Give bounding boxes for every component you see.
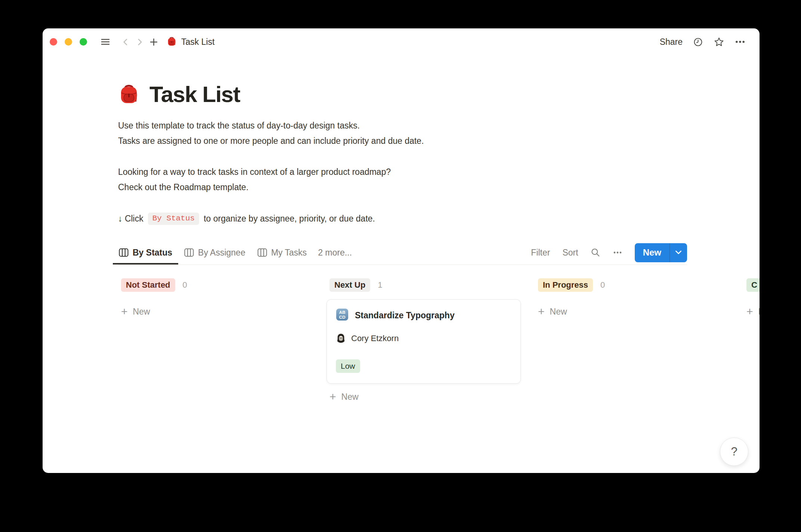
- column-count: 0: [183, 280, 187, 290]
- plus-icon: +: [121, 306, 128, 317]
- description-line: Tasks are assigned to one or more people…: [118, 133, 687, 149]
- view-tabs: By Status By Assignee My Tasks 2 more...: [113, 241, 357, 265]
- status-badge[interactable]: C: [746, 278, 760, 292]
- sort-button[interactable]: Sort: [562, 248, 578, 258]
- sidebar-menu-icon[interactable]: [100, 37, 110, 47]
- view-toolbar: By Status By Assignee My Tasks 2 more...…: [118, 241, 687, 265]
- column-header: Not Started 0: [118, 278, 312, 292]
- column-count: 1: [378, 280, 382, 290]
- notion-window: Task List Share: [43, 28, 760, 473]
- titlebar-breadcrumb[interactable]: Task List: [167, 36, 214, 48]
- tab-label: My Tasks: [271, 248, 307, 258]
- share-button[interactable]: Share: [660, 37, 683, 47]
- view-controls: Filter Sort New: [531, 241, 687, 265]
- new-tab-plus-icon[interactable]: [149, 37, 158, 47]
- svg-text:AB: AB: [339, 310, 345, 315]
- card-tags-row: Low: [336, 359, 511, 373]
- column-header: Next Up 1: [327, 278, 521, 292]
- updates-clock-icon[interactable]: [693, 37, 703, 47]
- window-controls: [50, 38, 87, 46]
- more-views-button[interactable]: 2 more...: [313, 241, 357, 265]
- favorite-star-icon[interactable]: [714, 37, 724, 47]
- tab-by-assignee[interactable]: By Assignee: [178, 241, 251, 265]
- instruction-suffix: to organize by assignee, priority, or du…: [204, 214, 375, 224]
- add-card-button[interactable]: + New: [327, 390, 361, 403]
- new-button-group: New: [635, 243, 687, 262]
- tab-by-status[interactable]: By Status: [113, 241, 178, 265]
- column-header: In Progress 0: [535, 278, 729, 292]
- page-description-1: Use this template to track the status of…: [118, 118, 687, 149]
- titlebar-document-title[interactable]: Task List: [181, 37, 214, 47]
- instruction-prefix: ↓ Click: [118, 214, 143, 224]
- tab-my-tasks[interactable]: My Tasks: [251, 241, 313, 265]
- page-header: Task List: [118, 82, 687, 107]
- card-title: Standardize Typography: [355, 310, 455, 321]
- help-button[interactable]: ?: [720, 437, 748, 466]
- forward-icon[interactable]: [135, 38, 144, 46]
- page-backpack-icon[interactable]: [118, 83, 140, 106]
- column-header: C: [743, 278, 760, 292]
- instruction-line: ↓ Click By Status to organize by assigne…: [118, 211, 687, 226]
- description-line: Check out the Roadmap template.: [118, 180, 687, 195]
- back-icon[interactable]: [121, 38, 130, 46]
- status-badge[interactable]: Next Up: [330, 278, 370, 292]
- desktop-background: Task List Share: [0, 0, 801, 532]
- search-icon[interactable]: [591, 248, 600, 257]
- task-card[interactable]: AB CD Standardize Typography: [327, 299, 521, 384]
- tab-label: By Assignee: [198, 248, 245, 258]
- close-window-button[interactable]: [50, 38, 57, 46]
- page-description-2: Looking for a way to track tasks in cont…: [118, 164, 687, 195]
- priority-tag: Low: [336, 359, 360, 373]
- add-card-button[interactable]: + New: [743, 305, 760, 318]
- add-card-button[interactable]: + New: [535, 305, 569, 318]
- board-column-in-progress: In Progress 0 + New: [535, 278, 729, 403]
- new-dropdown-chevron-icon[interactable]: [669, 243, 687, 262]
- status-badge[interactable]: Not Started: [121, 278, 175, 292]
- page-title: Task List: [149, 82, 240, 107]
- add-card-button[interactable]: + New: [118, 305, 152, 318]
- assignee-avatar: [336, 333, 346, 344]
- plus-icon: +: [746, 306, 753, 317]
- description-line: Use this template to track the status of…: [118, 118, 687, 133]
- zoom-window-button[interactable]: [80, 38, 87, 46]
- backpack-icon: [167, 36, 177, 48]
- by-status-code-badge: By Status: [148, 213, 199, 225]
- description-line: Looking for a way to track tasks in cont…: [118, 164, 687, 180]
- board-column-next-up: Next Up 1 AB: [327, 278, 521, 403]
- input-latin-letters-icon: AB CD: [336, 308, 349, 322]
- minimize-window-button[interactable]: [65, 38, 72, 46]
- card-assignee-row: Cory Etzkorn: [336, 333, 511, 344]
- titlebar-actions: Share: [660, 37, 745, 47]
- filter-button[interactable]: Filter: [531, 248, 550, 258]
- new-button[interactable]: New: [635, 243, 669, 262]
- plus-icon: +: [538, 306, 545, 317]
- kanban-board: Not Started 0 + New Next Up 1: [118, 278, 760, 403]
- status-badge[interactable]: In Progress: [538, 278, 593, 292]
- view-more-options-icon[interactable]: [613, 248, 622, 257]
- assignee-name: Cory Etzkorn: [351, 334, 399, 343]
- titlebar: Task List Share: [43, 28, 760, 55]
- more-options-icon[interactable]: [735, 37, 745, 47]
- page-content: Task List Use this template to track the…: [43, 82, 760, 403]
- board-column-clipped: C + New: [743, 278, 760, 403]
- tab-label: By Status: [133, 248, 172, 258]
- plus-icon: +: [330, 391, 336, 402]
- svg-text:CD: CD: [339, 315, 346, 320]
- card-title-row: AB CD Standardize Typography: [336, 309, 511, 322]
- board-column-not-started: Not Started 0 + New: [118, 278, 312, 403]
- column-count: 0: [600, 280, 605, 290]
